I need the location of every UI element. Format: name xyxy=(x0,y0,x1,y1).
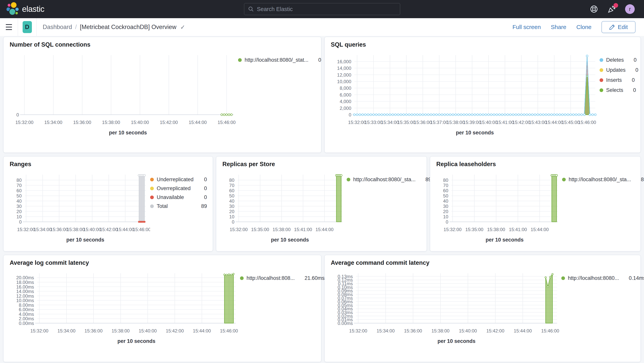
hamburger-icon xyxy=(6,24,12,25)
series-color-dot xyxy=(600,58,603,62)
legend-item[interactable]: Total 89 xyxy=(150,202,207,210)
svg-text:10,000: 10,000 xyxy=(337,79,351,84)
search-input[interactable] xyxy=(257,6,396,12)
menu-button[interactable] xyxy=(0,18,18,36)
legend-item[interactable]: Selects 0 xyxy=(600,87,635,94)
svg-text:6,000: 6,000 xyxy=(340,92,351,98)
svg-text:15:38:00: 15:38:00 xyxy=(432,328,450,333)
svg-text:15:45:00: 15:45:00 xyxy=(562,120,580,125)
legend-item[interactable]: Deletes 0 xyxy=(600,56,635,64)
svg-text:15:44:00: 15:44:00 xyxy=(116,227,134,232)
chart-svg: 0102030405060708015:32:0015:35:0015:38:0… xyxy=(220,168,347,245)
global-search[interactable] xyxy=(244,3,400,15)
legend-item[interactable]: Underreplicated 0 xyxy=(150,176,207,183)
svg-text:14.00ms: 14.00ms xyxy=(16,289,34,294)
legend-item[interactable]: http://localhost:8080/_sta... 89 xyxy=(347,176,421,183)
chart-svg: 015:32:0015:34:0015:36:0015:38:0015:40:0… xyxy=(8,49,238,138)
series-color-dot xyxy=(561,276,565,280)
svg-text:15:42:00: 15:42:00 xyxy=(166,328,184,333)
share-link[interactable]: Share xyxy=(551,24,566,30)
series-color-dot xyxy=(240,276,244,280)
svg-text:12.00ms: 12.00ms xyxy=(16,293,34,299)
svg-text:15:44:00: 15:44:00 xyxy=(188,120,206,125)
legend-item[interactable]: Overreplicated 0 xyxy=(150,185,207,192)
svg-text:15:42:00: 15:42:00 xyxy=(160,120,178,125)
svg-text:15:34:00: 15:34:00 xyxy=(58,328,75,333)
logo-text: elastic xyxy=(22,5,44,14)
svg-text:80: 80 xyxy=(16,178,22,183)
full-screen-link[interactable]: Full screen xyxy=(512,24,541,30)
elastic-logo-icon xyxy=(6,2,19,16)
svg-text:per 10 seconds: per 10 seconds xyxy=(271,237,309,243)
svg-text:0: 0 xyxy=(16,112,19,117)
svg-text:16.00ms: 16.00ms xyxy=(16,284,34,289)
breadcrumb-dashboard[interactable]: Dashboard xyxy=(43,24,72,31)
chart-svg: 0.00ms2.00ms4.00ms6.00ms8.00ms10.00ms12.… xyxy=(8,267,240,346)
svg-text:15:42:00: 15:42:00 xyxy=(512,120,530,125)
svg-text:0.00ms: 0.00ms xyxy=(19,321,34,326)
help-button[interactable] xyxy=(590,5,598,14)
legend-item[interactable]: Unavailable 0 xyxy=(150,194,207,201)
legend-value: 89 xyxy=(418,177,431,183)
legend-item[interactable]: http://localhost:8080... 0.14ms xyxy=(561,274,635,282)
legend-item[interactable]: http://localhost:8080/_sta... 89 xyxy=(562,176,635,183)
svg-text:per 10 seconds: per 10 seconds xyxy=(118,338,156,344)
panel-title: Number of SQL connections xyxy=(10,41,317,48)
svg-text:15:46:00: 15:46:00 xyxy=(578,120,596,125)
series-color-dot xyxy=(150,196,154,199)
series-color-dot xyxy=(600,78,603,82)
svg-text:15:32:00: 15:32:00 xyxy=(348,120,366,125)
legend-item[interactable]: Updates 0 xyxy=(600,66,635,74)
saved-check-icon[interactable]: ✓ xyxy=(180,24,185,31)
chart-legend: http://localhost:8080/_stat... 0 xyxy=(238,49,317,138)
svg-text:per 10 seconds: per 10 seconds xyxy=(456,130,494,136)
svg-text:15:46:00: 15:46:00 xyxy=(220,328,238,333)
newsfeed-button[interactable] xyxy=(607,5,616,14)
legend-item[interactable]: http://localhost:808... 21.60ms xyxy=(240,274,315,282)
svg-text:15:44:00: 15:44:00 xyxy=(545,120,563,125)
clone-link[interactable]: Clone xyxy=(576,24,592,30)
svg-text:20: 20 xyxy=(16,209,22,214)
svg-text:15:38:00: 15:38:00 xyxy=(447,120,465,125)
chart-legend: http://localhost:808... 21.60ms xyxy=(240,267,317,346)
svg-text:per 10 seconds: per 10 seconds xyxy=(109,130,147,136)
user-avatar[interactable]: r xyxy=(625,4,635,14)
edit-button[interactable]: Edit xyxy=(602,21,636,33)
chart-replica-leaseholders[interactable]: 0102030405060708015:32:0015:35:0015:38:0… xyxy=(434,168,562,245)
svg-text:15:43:00: 15:43:00 xyxy=(529,120,547,125)
series-color-dot xyxy=(347,178,350,181)
svg-text:15:40:00: 15:40:00 xyxy=(131,120,149,125)
svg-text:15:34:00: 15:34:00 xyxy=(376,328,394,333)
legend-item[interactable]: Inserts 0 xyxy=(600,76,635,84)
svg-text:15:42:00: 15:42:00 xyxy=(486,328,504,333)
chart-sql-queries[interactable]: 02,0004,0006,0008,00010,00012,00014,0001… xyxy=(329,49,600,138)
header-actions: r xyxy=(590,4,644,14)
chart-replicas-per-store[interactable]: 0102030405060708015:32:0015:35:0015:38:0… xyxy=(220,168,347,245)
chart-avg-log-commit-latency[interactable]: 0.00ms2.00ms4.00ms6.00ms8.00ms10.00ms12.… xyxy=(8,267,240,346)
legend-value: 0 xyxy=(625,77,635,83)
legend-label: http://localhost:808... xyxy=(246,275,295,281)
chart-svg: 0102030405060708015:32:0015:35:0015:38:0… xyxy=(434,168,562,245)
svg-text:15:46:00: 15:46:00 xyxy=(541,328,559,333)
legend-item[interactable]: http://localhost:8080/_stat... 0 xyxy=(238,56,315,64)
breadcrumb: Dashboard / [Metricbeat CockroachDB] Ove… xyxy=(36,24,185,31)
chart-avg-command-commit-latency[interactable]: 0.00ms0.01ms0.02ms0.03ms0.04ms0.05ms0.06… xyxy=(329,267,561,346)
svg-text:0: 0 xyxy=(19,219,22,225)
svg-text:40: 40 xyxy=(16,198,22,204)
svg-text:per 10 seconds: per 10 seconds xyxy=(66,237,104,243)
panel-title: Ranges xyxy=(10,161,208,168)
chart-sql-connections[interactable]: 015:32:0015:34:0015:36:0015:38:0015:40:0… xyxy=(8,49,238,138)
svg-text:15:40:00: 15:40:00 xyxy=(139,328,157,333)
svg-text:70: 70 xyxy=(16,183,22,188)
svg-text:20: 20 xyxy=(443,209,448,214)
chart-svg: 0102030405060708015:32:0015:34:0015:36:0… xyxy=(8,168,150,245)
svg-text:16,000: 16,000 xyxy=(337,59,351,64)
elastic-logo[interactable]: elastic xyxy=(0,2,44,16)
chart-ranges[interactable]: 0102030405060708015:32:0015:34:0015:36:0… xyxy=(8,168,150,245)
svg-text:15:41:00: 15:41:00 xyxy=(294,227,312,232)
panel-replicas-per-store: Replicas per Store 0102030405060708015:3… xyxy=(216,156,427,251)
svg-text:15:40:00: 15:40:00 xyxy=(480,120,498,125)
legend-value: 0.14ms xyxy=(622,275,644,281)
svg-text:15:35:00: 15:35:00 xyxy=(465,227,483,232)
svg-text:15:32:00: 15:32:00 xyxy=(17,227,35,232)
